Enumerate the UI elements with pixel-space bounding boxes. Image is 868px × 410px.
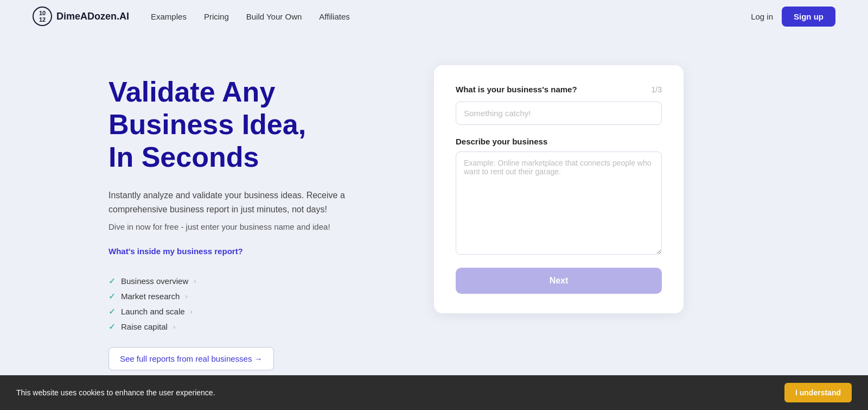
form-field2-label: Describe your business [456,137,662,146]
logo-icon: 1012 [33,7,52,26]
logo[interactable]: 1012 DimeADozen.AI [33,7,129,26]
reports-cta-button[interactable]: See full reports from real businesses → [108,347,274,370]
business-name-input[interactable] [456,102,662,125]
checklist-label-3: Launch and scale [121,307,185,316]
cookie-accept-button[interactable]: I understand [784,383,852,402]
form-field1-label: What is your business's name? [456,85,577,94]
check-icon-3: ✓ [108,307,116,317]
cookie-banner: This website uses cookies to enhance the… [0,375,868,410]
checklist: ✓ Business overview › ✓ Market research … [108,276,391,332]
next-button[interactable]: Next [456,268,662,294]
chevron-icon-3: › [190,307,193,316]
checklist-label-2: Market research [121,292,180,301]
check-icon-2: ✓ [108,292,116,301]
chevron-icon-2: › [185,292,187,300]
navbar: 1012 DimeADozen.AI Examples Pricing Buil… [0,0,868,33]
hero-description: Instantly analyze and validate your busi… [108,188,391,216]
hero-title-part2: In Seconds [108,141,259,173]
chevron-icon-1: › [194,277,196,285]
nav-link-affiliates[interactable]: Affiliates [319,12,349,21]
report-link[interactable]: What's inside my business report? [108,247,243,256]
checklist-label-4: Raise capital [121,322,168,331]
checklist-item-4: ✓ Raise capital › [108,322,391,332]
hero-section: Validate Any Business Idea, In Seconds I… [0,33,868,403]
nav-link-pricing[interactable]: Pricing [204,12,229,21]
form-header: What is your business's name? 1/3 [456,85,662,94]
form-step: 1/3 [652,85,662,94]
checklist-label-1: Business overview [121,276,188,286]
checklist-item-2: ✓ Market research › [108,292,391,301]
login-button[interactable]: Log in [751,12,773,21]
nav-links: Examples Pricing Build Your Own Affiliat… [151,12,751,21]
check-icon-4: ✓ [108,322,116,332]
hero-left: Validate Any Business Idea, In Seconds I… [108,65,391,370]
chevron-icon-4: › [173,323,175,331]
hero-title: Validate Any Business Idea, In Seconds [108,76,391,173]
logo-text: DimeADozen.AI [56,11,129,22]
check-icon-1: ✓ [108,276,116,286]
nav-link-build[interactable]: Build Your Own [246,12,302,21]
nav-link-examples[interactable]: Examples [151,12,187,21]
cookie-message: This website uses cookies to enhance the… [16,388,215,397]
hero-subdesc: Dive in now for free - just enter your b… [108,222,391,231]
business-description-input[interactable] [456,152,662,255]
hero-title-part1: Validate Any Business Idea, [108,76,306,140]
nav-auth: Log in Sign up [751,7,835,27]
signup-button[interactable]: Sign up [782,7,835,27]
checklist-item-1: ✓ Business overview › [108,276,391,286]
checklist-item-3: ✓ Launch and scale › [108,307,391,317]
form-card: What is your business's name? 1/3 Descri… [434,65,684,313]
